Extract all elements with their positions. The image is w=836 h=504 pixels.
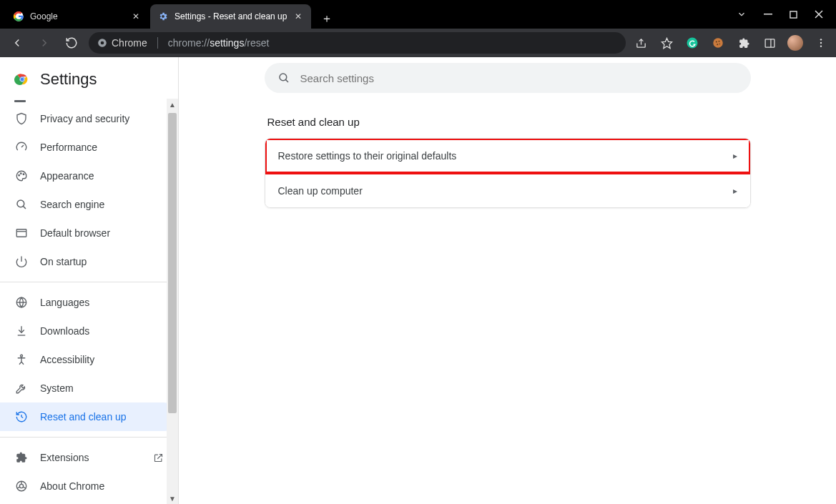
share-icon[interactable] <box>633 35 649 51</box>
address-bar[interactable]: Chrome chrome://settings/reset <box>89 32 626 54</box>
scroll-down-icon[interactable]: ▼ <box>167 493 178 504</box>
chrome-chip-label: Chrome <box>112 37 147 49</box>
browser-window-icon <box>14 227 29 239</box>
external-link-icon <box>153 453 164 463</box>
label: Downloads <box>40 325 89 337</box>
svg-line-23 <box>21 145 24 147</box>
extension-grammarly-icon[interactable] <box>684 35 700 51</box>
svg-line-28 <box>23 206 26 209</box>
svg-point-18 <box>820 42 822 44</box>
svg-point-17 <box>820 39 822 40</box>
chrome-addr-icon <box>97 38 107 48</box>
svg-point-24 <box>19 175 20 177</box>
tab-title: Google <box>30 11 124 21</box>
svg-line-40 <box>17 487 20 488</box>
power-icon <box>14 255 29 268</box>
close-tab-icon[interactable]: ✕ <box>292 11 304 22</box>
accessibility-icon <box>14 353 29 366</box>
settings-main: Reset and clean up Restore settings to t… <box>179 57 836 504</box>
label: Privacy and security <box>40 113 129 124</box>
clean-up-computer-row[interactable]: Clean up computer ▸ <box>265 173 750 207</box>
sidebar-item-about[interactable]: About Chrome <box>0 472 178 500</box>
window-controls <box>737 0 836 29</box>
svg-point-35 <box>21 355 23 357</box>
search-input[interactable] <box>300 72 738 84</box>
sidebar-item-privacy[interactable]: Privacy and security <box>0 104 178 133</box>
profile-avatar[interactable] <box>787 35 803 51</box>
svg-point-27 <box>17 200 24 207</box>
svg-point-37 <box>19 484 23 488</box>
forward-button[interactable] <box>34 33 54 53</box>
svg-point-12 <box>719 41 720 42</box>
section-title: Reset and clean up <box>267 116 751 128</box>
label: On startup <box>40 256 87 267</box>
shield-icon <box>14 112 29 125</box>
label: Appearance <box>40 170 94 182</box>
scroll-up-icon[interactable]: ▲ <box>167 99 178 110</box>
sidebar-item-appearance[interactable]: Appearance <box>0 162 178 190</box>
row-label: Restore settings to their original defau… <box>278 150 457 162</box>
close-window-icon[interactable] <box>815 10 823 19</box>
reload-button[interactable] <box>62 33 82 53</box>
label: About Chrome <box>40 480 104 492</box>
svg-point-25 <box>21 173 22 174</box>
label: Default browser <box>40 227 110 239</box>
sidebar-item-languages[interactable]: Languages <box>0 288 178 317</box>
sidebar-item-search-engine[interactable]: Search engine <box>0 190 178 219</box>
url-text: chrome://settings/reset <box>168 37 270 49</box>
search-icon <box>277 71 290 84</box>
label: Performance <box>40 142 97 153</box>
svg-point-19 <box>820 45 822 46</box>
sidebar-item-reset[interactable]: Reset and clean up <box>0 402 178 431</box>
extension-cookie-icon[interactable] <box>710 35 726 51</box>
sidebar-item-system[interactable]: System <box>0 374 178 402</box>
gear-icon <box>157 11 169 22</box>
bookmark-star-icon[interactable] <box>659 35 674 51</box>
side-panel-icon[interactable] <box>762 35 777 51</box>
svg-point-6 <box>101 41 104 45</box>
page-title: Settings <box>40 70 97 89</box>
extensions-puzzle-icon[interactable] <box>736 35 752 51</box>
chrome-logo-icon <box>14 71 30 87</box>
svg-point-14 <box>719 44 721 45</box>
tab-google[interactable]: Google ✕ <box>6 4 149 29</box>
globe-icon <box>14 296 29 309</box>
sidebar-item-performance[interactable]: Performance <box>0 133 178 162</box>
sidebar-item-default-browser[interactable]: Default browser <box>0 219 178 247</box>
chevron-right-icon: ▸ <box>733 186 737 196</box>
close-tab-icon[interactable]: ✕ <box>130 11 142 22</box>
window-titlebar: Google ✕ Settings - Reset and clean up ✕… <box>0 0 836 29</box>
reset-panel: Restore settings to their original defau… <box>265 138 751 208</box>
label: Accessibility <box>40 354 94 365</box>
label: Languages <box>40 297 89 308</box>
minimize-icon[interactable] <box>764 10 772 19</box>
sidebar-item-downloads[interactable]: Downloads <box>0 317 178 345</box>
history-reset-icon <box>14 410 29 423</box>
kebab-menu-icon[interactable] <box>813 35 829 51</box>
sidebar-item-extensions[interactable]: Extensions <box>0 443 178 472</box>
svg-rect-1 <box>764 14 772 15</box>
label: Search engine <box>40 199 104 210</box>
maximize-icon[interactable] <box>790 11 797 19</box>
label: Extensions <box>40 452 89 463</box>
sidebar-scrollbar[interactable]: ▲ ▼ <box>167 99 178 504</box>
chevron-down-icon[interactable] <box>737 9 747 19</box>
back-button[interactable] <box>7 33 27 53</box>
tab-title: Settings - Reset and clean up <box>174 11 287 21</box>
label: System <box>40 382 74 394</box>
svg-line-39 <box>23 487 26 488</box>
scrollbar-thumb[interactable] <box>168 113 177 413</box>
restore-settings-row[interactable]: Restore settings to their original defau… <box>265 139 750 173</box>
svg-point-10 <box>713 38 723 48</box>
svg-point-26 <box>23 174 24 175</box>
sidebar-item-accessibility[interactable]: Accessibility <box>0 345 178 374</box>
sidebar-separator <box>0 437 178 438</box>
tab-strip: Google ✕ Settings - Reset and clean up ✕… <box>0 0 337 29</box>
settings-search[interactable] <box>265 63 751 93</box>
tab-settings[interactable]: Settings - Reset and clean up ✕ <box>150 4 311 29</box>
google-favicon-icon <box>13 11 24 22</box>
svg-marker-8 <box>662 38 672 48</box>
svg-rect-2 <box>790 11 797 17</box>
new-tab-button[interactable]: ＋ <box>317 9 337 29</box>
sidebar-item-startup[interactable]: On startup <box>0 247 178 276</box>
